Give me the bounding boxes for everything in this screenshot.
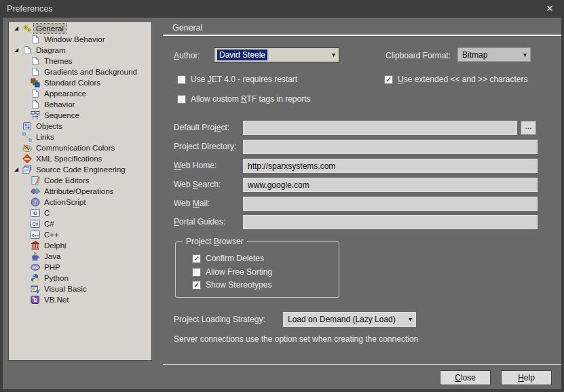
- preferences-dialog: Preferences ✕ ◢GeneralWindow Behavior◢Di…: [0, 0, 564, 392]
- vbnet-icon: B: [31, 295, 40, 305]
- tree-item-diagram[interactable]: ◢Diagram: [9, 45, 151, 56]
- svg-text:C: C: [33, 210, 37, 216]
- tree-item-php[interactable]: phpPHP: [9, 262, 151, 273]
- checkbox-allow-rtf-label: Allow custom RTF tags in reports: [191, 94, 311, 104]
- author-combobox[interactable]: David Steele ▾: [214, 47, 339, 62]
- lang-cpp-icon: C++: [31, 230, 40, 239]
- browse-button[interactable]: ...: [521, 121, 536, 135]
- checkbox-icon[interactable]: [192, 268, 201, 277]
- stacked-pages-icon: [22, 165, 32, 174]
- window-title: Preferences: [7, 0, 52, 18]
- project-directory-label: Project Directory:: [174, 142, 236, 151]
- tree-item-label: Objects: [34, 121, 64, 131]
- web-mail-input[interactable]: [243, 197, 538, 211]
- tree-item-label: Source Code Engineering: [34, 165, 128, 174]
- checkbox-use-jet[interactable]: Use JET 4.0 - requires restart: [177, 74, 297, 85]
- portal-guides-input[interactable]: [243, 215, 538, 229]
- tree-item-themes[interactable]: Themes: [9, 56, 151, 66]
- tree-expander-icon[interactable]: ◢: [14, 45, 22, 56]
- loading-strategy-value: Load on Demand (Lazy Load): [284, 315, 396, 324]
- checkbox-icon[interactable]: ✓: [192, 254, 201, 263]
- checkbox-confirm-deletes-label: Confirm Deletes: [206, 254, 264, 263]
- tree-item-delphi[interactable]: Delphi: [9, 240, 151, 251]
- close-icon[interactable]: ✕: [540, 0, 560, 18]
- close-button[interactable]: Close: [440, 370, 491, 385]
- checkbox-icon[interactable]: ✓: [384, 75, 393, 84]
- tree-item-label: VB.Net: [42, 295, 71, 305]
- tree-item-xml-specifications[interactable]: XMLXML Specifications: [9, 153, 151, 164]
- tree-item-general[interactable]: ◢General: [9, 23, 151, 34]
- clipboard-format-value: Bitmap: [458, 50, 487, 60]
- tree-item-label: C++: [42, 230, 61, 239]
- php-icon: php: [31, 262, 40, 272]
- chevron-down-icon[interactable]: ▾: [409, 316, 415, 323]
- tree-item-objects[interactable]: Objects: [9, 121, 151, 132]
- tree-item-source-code-engineering[interactable]: ◢Source Code Engineering: [9, 164, 151, 175]
- project-directory-input[interactable]: [243, 140, 538, 154]
- preferences-tree: ◢GeneralWindow Behavior◢DiagramThemesGra…: [8, 21, 152, 361]
- tree-item-window-behavior[interactable]: Window Behavior: [9, 34, 151, 45]
- tree-item-communication-colors[interactable]: Communication Colors: [9, 142, 151, 153]
- loading-strategy-combobox[interactable]: Load on Demand (Lazy Load) ▾: [283, 312, 416, 327]
- help-button[interactable]: Help: [501, 370, 552, 385]
- tree-item-vb-net[interactable]: BVB.Net: [9, 294, 151, 305]
- chevron-down-icon[interactable]: ▾: [332, 52, 339, 58]
- tree-item-label: PHP: [42, 262, 62, 272]
- titlebar[interactable]: Preferences ✕: [0, 0, 564, 18]
- default-project-input[interactable]: [243, 121, 517, 135]
- page-icon: [31, 67, 40, 77]
- author-label: Author:: [174, 51, 200, 60]
- server-connections-note: Server connections use the option set wh…: [174, 334, 418, 344]
- tree-item-label: ActionScript: [42, 197, 88, 207]
- tree-item-label: Code Editors: [42, 176, 91, 185]
- tree-item-label: Python: [42, 273, 71, 283]
- lang-csharp-icon: C#: [31, 219, 40, 229]
- web-home-input[interactable]: http://sparxsystems.com: [243, 159, 538, 173]
- svg-text:php: php: [32, 265, 38, 269]
- tree-expander-icon[interactable]: ◢: [14, 23, 22, 34]
- python-icon: [31, 273, 40, 283]
- tree-item-visual-basic[interactable]: Visual Basic: [9, 283, 151, 294]
- checkbox-icon[interactable]: [177, 75, 186, 84]
- svg-text:C#: C#: [33, 222, 39, 227]
- web-search-label: Web Search:: [174, 180, 221, 189]
- checkbox-show-stereotypes[interactable]: ✓Show Stereotypes: [192, 279, 271, 290]
- checkbox-confirm-deletes[interactable]: ✓Confirm Deletes: [192, 253, 264, 264]
- visual-basic-icon: [31, 284, 40, 294]
- tree-item-sequence[interactable]: Sequence: [9, 110, 151, 121]
- page-icon: [31, 100, 40, 109]
- chevron-down-icon[interactable]: ▾: [523, 52, 530, 58]
- tree-item-c[interactable]: C#C#: [9, 218, 151, 229]
- tree-item-standard-colors[interactable]: Standard Colors: [9, 77, 151, 88]
- tree-item-behavior[interactable]: Behavior: [9, 99, 151, 110]
- checkbox-allow-rtf[interactable]: Allow custom RTF tags in reports: [177, 94, 311, 104]
- checkbox-icon[interactable]: [177, 95, 186, 104]
- svg-text:XML: XML: [24, 157, 31, 161]
- tree-item-appearance[interactable]: Appearance: [9, 88, 151, 99]
- tree-item-code-editors[interactable]: Code Editors: [9, 175, 151, 186]
- project-browser-legend: Project Browser: [183, 237, 247, 246]
- web-search-input[interactable]: www.google.com: [243, 178, 538, 192]
- tree-expander-icon[interactable]: ◢: [14, 164, 22, 175]
- tree-item-python[interactable]: Python: [9, 273, 151, 283]
- page-pencil-icon: [31, 176, 40, 185]
- clipboard-format-combobox[interactable]: Bitmap ▾: [457, 47, 531, 62]
- tree-item-links[interactable]: Links: [9, 132, 151, 142]
- tree-item-gradients-and-background[interactable]: Gradients and Background: [9, 66, 151, 77]
- tree-item-attribute-operations[interactable]: Attribute/Operations: [9, 186, 151, 197]
- checkbox-allow-free-sorting[interactable]: Allow Free Sorting: [192, 267, 272, 277]
- tree-item-label: C: [42, 208, 52, 218]
- tree-item-label: Themes: [42, 56, 75, 66]
- tree-item-c[interactable]: C++C++: [9, 229, 151, 240]
- section-divider: [163, 35, 562, 36]
- tree-item-c[interactable]: CC: [9, 208, 151, 218]
- checkbox-icon[interactable]: ✓: [192, 281, 201, 290]
- gears-icon: [22, 24, 32, 33]
- checkbox-use-extended[interactable]: ✓ Use extended << and >> characters: [384, 74, 527, 85]
- web-home-label: Web Home:: [174, 161, 217, 170]
- page-icon: [22, 45, 32, 55]
- tree-item-java[interactable]: Java: [9, 251, 151, 262]
- links-icon: [22, 132, 32, 142]
- palette-icon: [22, 143, 32, 153]
- tree-item-actionscript[interactable]: fActionScript: [9, 197, 151, 208]
